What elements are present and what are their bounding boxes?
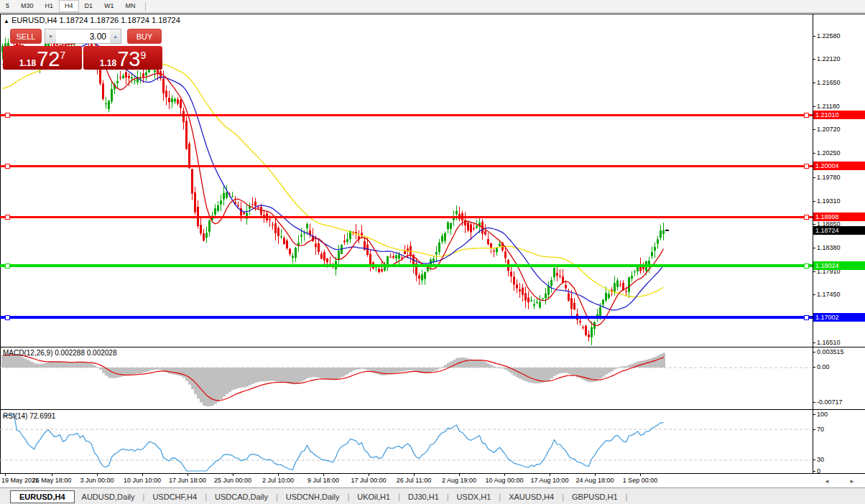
horizontal-line-1.18998[interactable]: [0, 216, 813, 218]
price-axis-tick: [813, 177, 815, 178]
price-axis-tick: [813, 342, 815, 343]
price-axis-tick: [813, 248, 815, 248]
time-axis-tick: [323, 474, 324, 476]
sell-price-display[interactable]: 1.18727: [3, 46, 82, 70]
price-axis-tick: [813, 106, 815, 107]
time-axis-tick: [595, 474, 596, 476]
line-marker-left-1.20004[interactable]: [5, 164, 10, 169]
current-price-dash: [665, 230, 669, 231]
buy-price-big: 73: [117, 50, 140, 68]
chart-tab-ukoil-h1[interactable]: UKOil,H1: [350, 491, 397, 503]
buy-price-sup: 9: [140, 51, 146, 60]
tab-separator: |: [205, 493, 207, 501]
time-axis[interactable]: 19 May 202126 May 18:003 Jun 00:0010 Jun…: [0, 474, 865, 487]
time-axis-tick: [5, 474, 6, 476]
price-tag-1.20004: 1.20004: [813, 162, 865, 170]
price-axis-tick: [813, 36, 815, 37]
horizontal-line-1.17002[interactable]: [0, 316, 813, 319]
line-marker-right-1.17002[interactable]: [804, 315, 809, 320]
chart-tab-usdchf-h4[interactable]: USDCHF,H4: [145, 491, 204, 503]
indicator-axis-tick: [813, 471, 815, 472]
tab-separator: |: [347, 493, 349, 501]
timeframe-button-5[interactable]: 5: [0, 0, 15, 12]
price-axis-label: 1.21180: [817, 103, 840, 110]
price-axis-tick: [813, 294, 815, 295]
volume-decrease-button[interactable]: ▼: [45, 29, 56, 43]
time-axis-tick: [97, 474, 98, 476]
price-tag-1.18998: 1.18998: [813, 213, 865, 221]
time-axis-tick: [550, 474, 550, 476]
chart-tab-dj30-h1[interactable]: DJ30,H1: [401, 491, 446, 503]
chart-tab-usdx-h1[interactable]: USDX,H1: [450, 491, 499, 503]
indicator-axis-label: 100: [817, 411, 828, 418]
indicator-axis-label: -0.00717: [817, 398, 843, 406]
price-axis-label: 1.17450: [817, 291, 841, 298]
horizontal-line-1.20004[interactable]: [0, 165, 813, 167]
chart-tab-usdcnh-daily[interactable]: USDCNH,Daily: [279, 491, 347, 503]
tab-separator: |: [398, 493, 400, 501]
timeframe-button-h4[interactable]: H4: [59, 0, 79, 12]
ma-slow-line: [3, 51, 664, 297]
up-arrow-icon: ▲: [114, 34, 118, 39]
symbol-legend: ▲EURUSD,H4 1.18724 1.18726 1.18724 1.187…: [4, 16, 180, 24]
collapse-triangle-icon[interactable]: ▲: [4, 18, 9, 24]
sell-price-sup: 7: [60, 51, 65, 60]
buy-button[interactable]: BUY: [127, 29, 162, 44]
timeframe-button-d1[interactable]: D1: [79, 0, 99, 12]
tab-separator: |: [276, 493, 278, 501]
indicator-axis-tick: [813, 367, 815, 368]
sell-price-big: 72: [37, 50, 60, 68]
indicator-axis-label: 70: [817, 426, 824, 433]
chart-tab-xauusd-h4[interactable]: XAUUSD,H4: [501, 491, 561, 503]
indicator-axis-tick: [813, 414, 815, 415]
price-axis-tick: [813, 201, 815, 202]
chart-tab-usdcad-daily[interactable]: USDCAD,Daily: [208, 491, 275, 503]
indicator-axis-label: 30: [817, 456, 824, 463]
tab-separator: |: [499, 493, 501, 501]
chart-tab-gbpusd-h1[interactable]: GBPUSD,H1: [565, 491, 625, 503]
horizontal-line-1.21010[interactable]: [0, 114, 813, 116]
tab-scroll-right-icon[interactable]: ►: [849, 478, 855, 485]
macd-indicator-canvas[interactable]: [0, 347, 813, 409]
line-marker-right-1.18024[interactable]: [804, 263, 809, 269]
indicator-axis-label: 0: [817, 467, 820, 475]
down-arrow-icon: ▼: [49, 34, 53, 39]
horizontal-line-1.18024[interactable]: [0, 264, 813, 267]
price-axis-label: 1.18380: [817, 244, 841, 251]
timeframe-button-w1[interactable]: W1: [98, 0, 120, 12]
price-tag-1.21010: 1.21010: [813, 111, 865, 119]
line-marker-right-1.20004[interactable]: [804, 164, 809, 169]
timeframe-button-mn[interactable]: MN: [120, 0, 142, 12]
volume-increase-button[interactable]: ▲: [110, 29, 121, 43]
toolbar-separator: [145, 2, 146, 11]
time-axis-tick: [414, 474, 415, 476]
sell-button[interactable]: SELL: [10, 29, 42, 44]
line-marker-left-1.18998[interactable]: [5, 215, 10, 220]
price-axis-tick: [813, 153, 815, 154]
time-axis-tick: [459, 474, 460, 476]
volume-input[interactable]: [56, 29, 110, 43]
indicator-axis-tick: [813, 352, 815, 353]
line-marker-left-1.21010[interactable]: [5, 113, 10, 118]
chart-tab-eurusd-h4[interactable]: EURUSD,H4: [10, 490, 75, 503]
one-click-trading-panel: SELL ▼ ▲ BUY 1.18727 1.18739: [3, 29, 164, 70]
price-axis-label: 1.20720: [817, 126, 841, 133]
line-marker-right-1.18998[interactable]: [804, 215, 809, 220]
indicator-axis-label: 0.00: [817, 363, 830, 370]
tab-separator: |: [626, 493, 628, 501]
timeframe-button-h1[interactable]: H1: [40, 0, 60, 12]
price-tag-1.17002: 1.17002: [813, 313, 865, 322]
chart-tab-audusd-daily[interactable]: AUDUSD,Daily: [75, 491, 142, 503]
price-axis-label: 1.19310: [817, 197, 841, 205]
timeframe-button-m30[interactable]: M30: [15, 0, 40, 12]
line-marker-right-1.21010[interactable]: [804, 113, 809, 118]
rsi-indicator-canvas[interactable]: [0, 410, 813, 473]
line-marker-left-1.17002[interactable]: [5, 315, 10, 320]
indicator-axis-tick: [813, 402, 815, 403]
time-axis-tick: [188, 474, 188, 476]
line-marker-left-1.18024[interactable]: [5, 263, 10, 269]
symbol-legend-text: EURUSD,H4 1.18724 1.18726 1.18724 1.1872…: [11, 16, 180, 24]
tab-scroll-left-icon[interactable]: ◄: [824, 478, 830, 485]
buy-price-display[interactable]: 1.18739: [83, 46, 162, 70]
tab-separator: |: [143, 493, 145, 501]
